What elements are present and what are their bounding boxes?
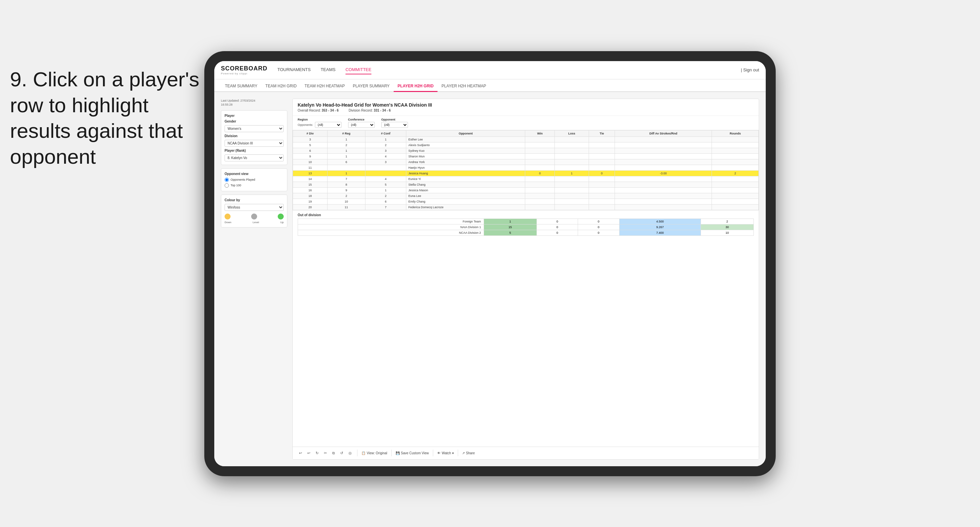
table-row[interactable]: 11Haeijo Hyun	[293, 165, 759, 170]
player-rank-select[interactable]: 8. Katelyn Vo	[224, 154, 284, 161]
table-cell: Stella Chang	[406, 182, 525, 187]
timer-button[interactable]: ◎	[347, 450, 353, 456]
reset-button[interactable]: ↻	[314, 450, 320, 456]
table-cell	[615, 159, 712, 165]
table-cell: 19	[293, 198, 328, 204]
filters-row: Region Opponents: (All) Conference (	[293, 116, 759, 130]
table-row[interactable]: 131Jessica Huang010-3.002	[293, 170, 759, 176]
nav-tournaments[interactable]: TOURNAMENTS	[277, 65, 310, 75]
ood-rounds-cell: 10	[701, 230, 753, 235]
opponent-select[interactable]: (All)	[381, 122, 408, 128]
tab-player-h2h-grid[interactable]: PLAYER H2H GRID	[394, 81, 438, 92]
table-cell: 2	[328, 193, 365, 198]
ood-table-row[interactable]: NAIA Division 115009.26730	[298, 224, 754, 230]
legend-dot-level	[251, 214, 257, 219]
nav-teams[interactable]: TEAMS	[321, 65, 336, 75]
ood-table-row[interactable]: NCAA Division 25007.40010	[298, 230, 754, 235]
table-cell: 7	[365, 204, 406, 210]
table-cell	[525, 137, 555, 142]
cut-button[interactable]: ✂	[323, 450, 328, 456]
table-row[interactable]: 1474Eunice Yi	[293, 176, 759, 182]
ood-diff-cell: 7.400	[619, 230, 701, 235]
table-cell: 1	[328, 137, 365, 142]
table-cell	[712, 137, 759, 142]
save-custom-button[interactable]: 💾 Save Custom View	[396, 451, 429, 455]
table-cell: Euna Lee	[406, 193, 525, 198]
table-cell: Andrea York	[406, 159, 525, 165]
copy-button[interactable]: ⧉	[331, 450, 336, 456]
table-row[interactable]: 1822Euna Lee	[293, 193, 759, 198]
tablet-screen: SCOREBOARD Powered by clippi TOURNAMENTS…	[214, 61, 766, 466]
share-button[interactable]: ↗ Share	[462, 451, 475, 455]
table-cell	[615, 198, 712, 204]
h2h-table: # Div # Reg # Conf Opponent Win Loss Tie…	[293, 130, 759, 210]
ood-name-cell: Foreign Team	[298, 219, 484, 224]
table-row[interactable]: 1691Jessica Mason	[293, 187, 759, 193]
tab-team-summary[interactable]: TEAM SUMMARY	[221, 81, 261, 92]
table-cell	[589, 137, 614, 142]
table-cell	[525, 182, 555, 187]
table-row[interactable]: 1063Andrea York	[293, 159, 759, 165]
region-select[interactable]: (All)	[315, 122, 342, 128]
overall-record-label: Overall Record: 353 - 34 - 6	[298, 109, 339, 112]
table-cell	[615, 137, 712, 142]
table-cell: 2	[365, 142, 406, 148]
table-cell: Jessica Mason	[406, 187, 525, 193]
undo-button[interactable]: ↩	[298, 450, 303, 456]
table-cell	[712, 165, 759, 170]
table-row[interactable]: 19106Emily Chang	[293, 198, 759, 204]
radio-opponents-played[interactable]: Opponents Played	[224, 178, 284, 182]
table-cell	[615, 176, 712, 182]
player-label: Player	[224, 114, 284, 117]
table-cell	[555, 148, 589, 153]
ood-win-cell: 5	[484, 230, 536, 235]
table-cell	[712, 176, 759, 182]
conference-select[interactable]: (All)	[348, 122, 375, 128]
division-select[interactable]: NCAA Division III	[224, 140, 284, 147]
table-cell	[615, 204, 712, 210]
table-cell: 15	[293, 182, 328, 187]
main-grid: Katelyn Vo Head-to-Head Grid for Women's…	[292, 98, 759, 460]
col-opponent: Opponent	[406, 130, 525, 137]
redo-button[interactable]: ↩	[306, 450, 312, 456]
ood-tie-cell: 0	[578, 230, 619, 235]
table-row[interactable]: 1585Stella Chang	[293, 182, 759, 187]
table-cell: 8	[328, 182, 365, 187]
annotation-text: 9. Click on a player's row to highlight …	[10, 67, 203, 169]
table-row[interactable]: 311Esther Lee	[293, 137, 759, 142]
table-cell	[615, 187, 712, 193]
table-cell: 0	[589, 170, 614, 176]
view-original-button[interactable]: 📋 View: Original	[361, 451, 387, 455]
table-cell	[615, 142, 712, 148]
table-cell: Haeijo Hyun	[406, 165, 525, 170]
tab-player-summary[interactable]: PLAYER SUMMARY	[349, 81, 394, 92]
watch-button[interactable]: 👁 Watch ▾	[437, 451, 454, 455]
table-row[interactable]: 613Sydney Kuo	[293, 148, 759, 153]
refresh-button[interactable]: ↺	[339, 450, 345, 456]
table-row[interactable]: 20117Federica Domecq Lacroze	[293, 204, 759, 210]
table-cell: 6	[328, 159, 365, 165]
table-cell: Federica Domecq Lacroze	[406, 204, 525, 210]
nav-committee[interactable]: COMMITTEE	[345, 65, 371, 75]
ood-table-row[interactable]: Foreign Team1004.5002	[298, 219, 754, 224]
ood-loss-cell: 0	[536, 230, 578, 235]
table-cell	[615, 148, 712, 153]
radio-top100[interactable]: Top 100	[224, 183, 284, 187]
table-cell: 11	[293, 165, 328, 170]
sign-out-button[interactable]: | Sign out	[741, 67, 759, 72]
table-row[interactable]: 914Sharon Mun	[293, 153, 759, 159]
ood-win-cell: 1	[484, 219, 536, 224]
ood-win-cell: 15	[484, 224, 536, 230]
tab-player-h2h-heatmap[interactable]: PLAYER H2H HEATMAP	[438, 81, 490, 92]
region-label: Region	[298, 118, 342, 121]
table-cell: -3.00	[615, 170, 712, 176]
tab-team-h2h-grid[interactable]: TEAM H2H GRID	[261, 81, 301, 92]
tab-team-h2h-heatmap[interactable]: TEAM H2H HEATMAP	[301, 81, 349, 92]
colour-by-select[interactable]: Win/loss	[224, 204, 284, 211]
gender-select[interactable]: Women's	[224, 125, 284, 132]
table-row[interactable]: 522Alexis Sudjianto	[293, 142, 759, 148]
table-cell: 1	[365, 137, 406, 142]
ood-tie-cell: 0	[578, 219, 619, 224]
colour-by-label: Colour by	[224, 198, 284, 202]
table-cell: 1	[328, 148, 365, 153]
